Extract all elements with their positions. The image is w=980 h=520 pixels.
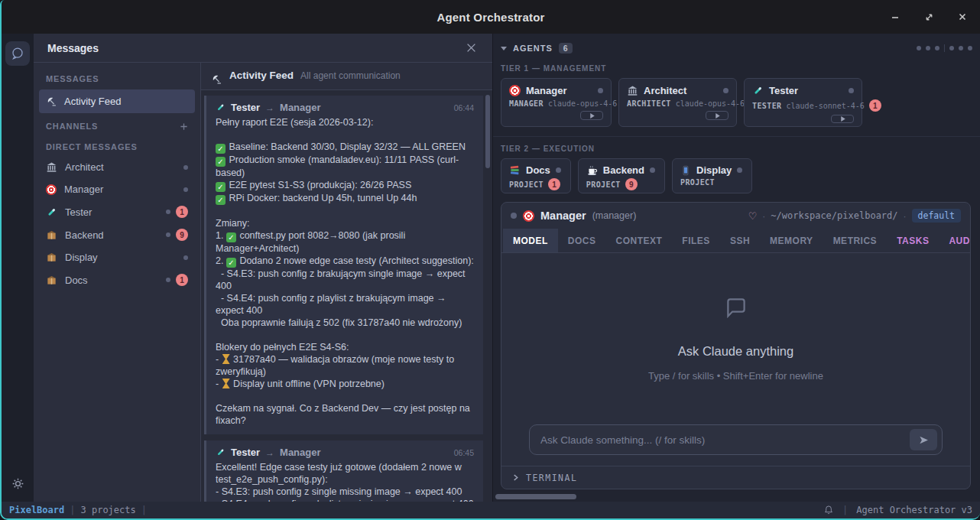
- agent-unread-badge: 1: [869, 99, 881, 112]
- send-icon: [918, 434, 930, 446]
- detail-agent-role: (manager): [592, 210, 637, 221]
- dm-item-backend[interactable]: Backend 9: [34, 223, 200, 246]
- maximize-button[interactable]: [922, 10, 936, 24]
- agent-card-manager[interactable]: Manager MANAGER claude-opus-4-6: [501, 78, 612, 127]
- divider: [493, 136, 980, 137]
- sidebar-item-label: Activity Feed: [64, 96, 121, 107]
- messages-close-button[interactable]: [463, 41, 479, 56]
- package-icon: [46, 252, 57, 263]
- separator: [64, 505, 80, 515]
- chat-empty-state: Ask Claude anything Type / for skills • …: [501, 253, 970, 423]
- package-icon: [46, 229, 57, 241]
- horizontal-scrollbar: [493, 493, 972, 500]
- ask-input-area: [501, 423, 970, 466]
- agent-status-dot: [598, 88, 603, 93]
- left-rail: [2, 34, 34, 502]
- empty-state-title: Ask Claude anything: [678, 344, 793, 359]
- title-bar: Agent Orchestrator: [2, 0, 980, 34]
- statusbar-app-name: PixelBoard: [9, 505, 64, 515]
- close-button[interactable]: [956, 10, 969, 24]
- main-area: Messages MESSAGES Activity Feed: [2, 34, 980, 502]
- agent-card-docs[interactable]: Docs PROJECT 1: [501, 158, 571, 193]
- feed-scrollbar-thumb[interactable]: [485, 95, 490, 168]
- empty-state-hint: Type / for skills • Shift+Enter for newl…: [648, 370, 823, 382]
- tab-docs[interactable]: DOCS: [558, 229, 606, 252]
- run-agent-button[interactable]: [831, 115, 854, 123]
- tab-audit[interactable]: AUDIT: [939, 229, 971, 252]
- dm-item-docs[interactable]: Docs 1: [34, 268, 200, 291]
- agent-card-backend[interactable]: Backend PROJECT 9: [578, 158, 665, 193]
- target-icon: [46, 184, 57, 195]
- messages-panel-body: MESSAGES Activity Feed CHANNELS: [34, 63, 492, 502]
- ask-claude-input[interactable]: [540, 434, 910, 446]
- run-agent-button[interactable]: [580, 111, 603, 120]
- satellite-dish-icon: [212, 74, 222, 85]
- terminal-label: TERMINAL: [526, 473, 577, 483]
- tab-files[interactable]: FILES: [672, 229, 720, 252]
- message-body: Excellent! Edge case testy już gotowe (d…: [216, 461, 474, 502]
- feed-subtitle: All agent communication: [300, 70, 401, 81]
- window-title: Agent Orchestrator: [436, 11, 544, 24]
- separator: [136, 505, 152, 515]
- agent-name: Docs: [526, 164, 550, 176]
- dm-name: Tester: [65, 206, 92, 218]
- agents-status-dots: [917, 44, 972, 52]
- minimize-icon: [891, 12, 900, 21]
- sidebar-item-activity-feed[interactable]: Activity Feed: [39, 89, 195, 113]
- test-tube-icon: [216, 447, 226, 457]
- dm-item-manager[interactable]: Manager: [34, 178, 200, 200]
- classical-building-icon: [46, 161, 57, 173]
- dm-section-header: DIRECT MESSAGES: [34, 135, 200, 156]
- agent-status-dot: [511, 213, 517, 219]
- status-bar: PixelBoard 3 projects Agent Orchestrator…: [2, 502, 980, 518]
- tab-ssh[interactable]: SSH: [720, 229, 760, 252]
- close-icon: [958, 12, 967, 21]
- dm-name: Backend: [65, 229, 104, 241]
- env-badge[interactable]: default: [912, 209, 961, 223]
- run-agent-button[interactable]: [706, 111, 729, 120]
- presence-dot: [166, 278, 170, 282]
- messages-panel-title: Messages: [47, 42, 99, 54]
- message-timestamp: 06:44: [454, 103, 474, 112]
- tier1-label: TIER 1 — MANAGEMENT: [501, 64, 972, 73]
- detail-agent-name: Manager: [540, 210, 586, 222]
- tab-tasks[interactable]: TASKS: [887, 229, 939, 252]
- tab-metrics[interactable]: METRICS: [823, 229, 888, 252]
- minimize-button[interactable]: [888, 10, 902, 24]
- agent-status-dot: [737, 167, 742, 173]
- dm-item-tester[interactable]: Tester 1: [34, 200, 200, 223]
- chat-bubble-icon: [723, 295, 749, 324]
- agent-card-tester[interactable]: Tester TESTER claude-sonnet-4-6 1: [744, 78, 862, 127]
- dm-item-display[interactable]: Display: [34, 246, 200, 268]
- agent-card-architect[interactable]: Architect ARCHITECT claude-opus-4-6: [618, 78, 737, 127]
- agent-detail-panel: Manager (manager) ♡ ~/workspace/pixelboa…: [501, 202, 971, 489]
- channels-section-header: CHANNELS: [34, 115, 200, 135]
- agent-name: Display: [696, 164, 732, 176]
- messages-rail-button[interactable]: [5, 41, 30, 66]
- tab-context[interactable]: CONTEXT: [606, 229, 673, 252]
- send-button[interactable]: [910, 429, 937, 450]
- agent-name: Architect: [644, 85, 686, 96]
- add-channel-button[interactable]: [180, 122, 188, 131]
- heart-icon[interactable]: ♡: [748, 210, 758, 222]
- settings-button[interactable]: [7, 473, 28, 494]
- presence-dot: [183, 165, 188, 170]
- agents-header[interactable]: AGENTS 6: [501, 40, 972, 57]
- horizontal-scrollbar-thumb[interactable]: [495, 494, 576, 499]
- message-timestamp: 06:45: [454, 448, 474, 457]
- tier1-cards: Manager MANAGER claude-opus-4-6: [501, 78, 972, 127]
- tab-model[interactable]: MODEL: [503, 229, 558, 252]
- presence-dot: [166, 232, 170, 237]
- agent-status-dot: [556, 167, 561, 173]
- statusbar-version: Agent Orchestrator v3: [856, 505, 972, 515]
- terminal-toggle[interactable]: TERMINAL: [501, 466, 970, 489]
- bell-icon[interactable]: [823, 505, 834, 515]
- tier2-label: TIER 2 — EXECUTION: [501, 145, 972, 153]
- dm-item-architect[interactable]: Architect: [34, 156, 200, 178]
- statusbar-projects: 3 projects: [80, 505, 135, 515]
- target-icon: [523, 210, 534, 222]
- message-sender: Tester: [231, 102, 260, 113]
- tab-memory[interactable]: MEMORY: [760, 229, 823, 252]
- agent-card-display[interactable]: Display PROJECT: [672, 158, 752, 193]
- dm-name: Architect: [65, 161, 104, 173]
